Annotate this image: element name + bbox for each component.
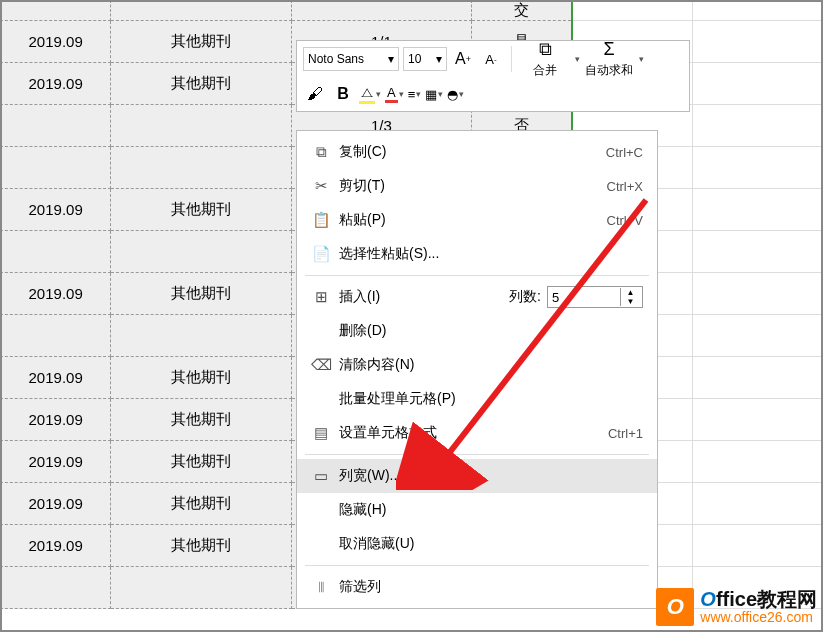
menu-unhide[interactable]: · 取消隐藏(U) (297, 527, 657, 561)
cell[interactable]: 其他期刊 (111, 21, 291, 63)
menu-hide[interactable]: · 隐藏(H) (297, 493, 657, 527)
cell[interactable]: 其他期刊 (111, 525, 291, 567)
header-cell: 交 (472, 1, 572, 21)
cell[interactable] (692, 315, 822, 357)
cell[interactable] (111, 567, 291, 609)
cell[interactable]: 其他期刊 (111, 189, 291, 231)
clipboard-icon: 📋 (309, 211, 333, 229)
highlight-button[interactable]: ⧍▾ (359, 85, 381, 104)
bucket-icon: ◓ (447, 87, 458, 102)
context-menu: ⧉ 复制(C) Ctrl+C ✂ 剪切(T) Ctrl+X 📋 粘贴(P) Ct… (296, 130, 658, 609)
format-painter-icon[interactable]: 🖌 (303, 82, 327, 106)
cell[interactable]: 2019.09 (1, 525, 111, 567)
cell[interactable]: 其他期刊 (111, 441, 291, 483)
cell[interactable] (692, 273, 822, 315)
cell[interactable]: 2019.09 (1, 189, 111, 231)
cell[interactable] (692, 357, 822, 399)
copy-icon: ⧉ (309, 143, 333, 161)
menu-column-width[interactable]: ▭ 列宽(W)... (297, 459, 657, 493)
cell[interactable] (1, 231, 111, 273)
cell[interactable]: 2019.09 (1, 21, 111, 63)
autosum-button[interactable]: Σ 自动求和 (584, 39, 634, 79)
insert-icon: ⊞ (309, 288, 333, 306)
cell[interactable]: 2019.09 (1, 441, 111, 483)
clipboard-special-icon: 📄 (309, 245, 333, 263)
cell[interactable]: 2019.09 (1, 63, 111, 105)
cell[interactable] (692, 483, 822, 525)
cell[interactable] (111, 231, 291, 273)
borders-icon: ▦ (425, 87, 437, 102)
cell[interactable] (111, 315, 291, 357)
cell[interactable] (692, 63, 822, 105)
cell[interactable]: 其他期刊 (111, 273, 291, 315)
chevron-down-icon: ▾ (436, 52, 442, 66)
menu-delete[interactable]: · 删除(D) (297, 314, 657, 348)
cell[interactable]: 2019.09 (1, 273, 111, 315)
eraser-icon: ⌫ (309, 356, 333, 374)
cell[interactable] (692, 399, 822, 441)
cell[interactable] (111, 105, 291, 147)
align-icon: ≡ (408, 87, 416, 102)
cell[interactable] (111, 147, 291, 189)
insert-col-label: 列数: (509, 288, 541, 306)
cell[interactable] (692, 189, 822, 231)
chevron-down-icon: ▾ (388, 52, 394, 66)
merge-icon: ⧉ (539, 39, 552, 60)
mini-toolbar: Noto Sans ▾ 10 ▾ A+ A- ⧉ 合并 ▾ Σ 自动求和 ▾ 🖌… (296, 40, 690, 112)
watermark-url: www.office26.com (700, 610, 817, 625)
borders-button[interactable]: ▦▾ (425, 87, 443, 102)
cell[interactable]: 其他期刊 (111, 63, 291, 105)
sigma-icon: Σ (603, 39, 614, 60)
merge-button[interactable]: ⧉ 合并 (520, 39, 570, 79)
menu-clear[interactable]: ⌫ 清除内容(N) (297, 348, 657, 382)
autosum-dropdown[interactable]: ▾ (638, 54, 644, 64)
spinner-down-icon[interactable]: ▼ (621, 297, 640, 306)
fill-color-button[interactable]: ◓▾ (447, 87, 464, 102)
column-width-icon: ▭ (309, 467, 333, 485)
cell[interactable]: 2019.09 (1, 483, 111, 525)
cell[interactable] (1, 105, 111, 147)
scissors-icon: ✂ (309, 177, 333, 195)
font-name-value: Noto Sans (308, 52, 364, 66)
menu-insert[interactable]: ⊞ 插入(I) 列数: ▲▼ (297, 280, 657, 314)
increase-font-icon[interactable]: A+ (451, 47, 475, 71)
menu-format-cells[interactable]: ▤ 设置单元格格式 Ctrl+1 (297, 416, 657, 450)
watermark-logo: O (656, 588, 694, 626)
cell[interactable]: 其他期刊 (111, 483, 291, 525)
font-size-value: 10 (408, 52, 421, 66)
cell[interactable]: 其他期刊 (111, 357, 291, 399)
cell[interactable] (1, 567, 111, 609)
cell[interactable]: 2019.09 (1, 357, 111, 399)
cell[interactable] (692, 525, 822, 567)
watermark: O Office教程网 www.office26.com (656, 588, 817, 626)
cell[interactable]: 2019.09 (1, 399, 111, 441)
filter-icon: ⫴ (309, 578, 333, 596)
align-button[interactable]: ≡▾ (408, 87, 422, 102)
watermark-title: Office教程网 (700, 588, 817, 610)
font-size-select[interactable]: 10 ▾ (403, 47, 447, 71)
cell[interactable]: 其他期刊 (111, 399, 291, 441)
font-name-select[interactable]: Noto Sans ▾ (303, 47, 399, 71)
menu-batch[interactable]: · 批量处理单元格(P) (297, 382, 657, 416)
cell[interactable] (692, 231, 822, 273)
column-count-spinner[interactable]: ▲▼ (547, 286, 643, 308)
cell[interactable] (1, 147, 111, 189)
column-count-input[interactable] (548, 290, 620, 305)
bold-button[interactable]: B (331, 82, 355, 106)
format-cells-icon: ▤ (309, 424, 333, 442)
menu-filter-column[interactable]: ⫴ 筛选列 (297, 570, 657, 604)
cell[interactable] (692, 147, 822, 189)
decrease-font-icon[interactable]: A- (479, 47, 503, 71)
merge-dropdown[interactable]: ▾ (574, 54, 580, 64)
cell[interactable] (692, 441, 822, 483)
spinner-up-icon[interactable]: ▲ (621, 288, 640, 297)
cell[interactable] (692, 21, 822, 63)
cell[interactable] (1, 315, 111, 357)
cell[interactable] (692, 105, 822, 147)
menu-copy[interactable]: ⧉ 复制(C) Ctrl+C (297, 135, 657, 169)
menu-paste-special[interactable]: 📄 选择性粘贴(S)... (297, 237, 657, 271)
menu-paste[interactable]: 📋 粘贴(P) Ctrl+V (297, 203, 657, 237)
font-color-button[interactable]: A▾ (385, 85, 404, 103)
menu-cut[interactable]: ✂ 剪切(T) Ctrl+X (297, 169, 657, 203)
